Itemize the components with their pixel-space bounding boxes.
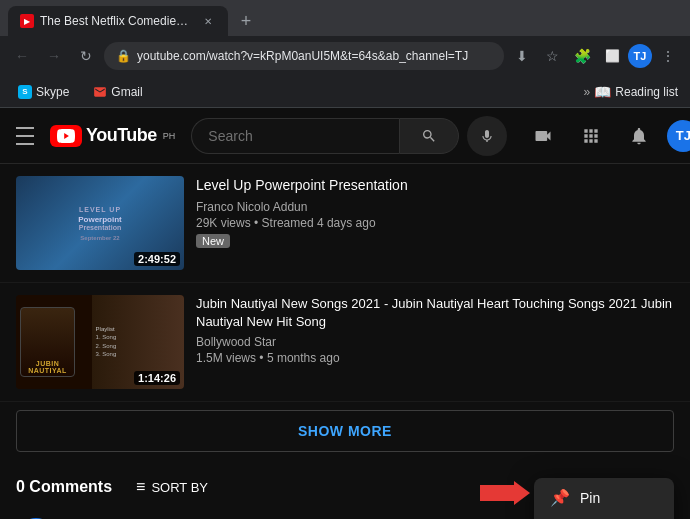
profile-button[interactable]: TJ <box>628 44 652 68</box>
video-duration-2: 1:14:26 <box>134 371 180 385</box>
extension-icon[interactable]: 🧩 <box>568 42 596 70</box>
header-actions: TJ <box>523 116 690 156</box>
video-channel-1: Franco Nicolo Addun <box>196 200 674 214</box>
gmail-icon <box>93 85 107 99</box>
video-channel-2: Bollywood Star <box>196 335 674 349</box>
sort-label: SORT BY <box>151 480 208 495</box>
more-bookmarks-icon[interactable]: » <box>584 85 591 99</box>
skype-label: Skype <box>36 85 69 99</box>
user-avatar[interactable]: TJ <box>667 120 690 152</box>
active-tab[interactable]: ▶ The Best Netflix Comedies of Ju... ✕ <box>8 6 228 36</box>
url-text: youtube.com/watch?v=kRpM0anUI5M&t=64s&ab… <box>137 49 492 63</box>
search-bar <box>191 116 507 156</box>
youtube-logo-text: YouTube <box>86 125 157 146</box>
video-meta-1: 29K views • Streamed 4 days ago <box>196 216 674 230</box>
youtube-app: YouTube PH TJ <box>0 108 690 519</box>
youtube-logo[interactable]: YouTube PH <box>50 125 175 147</box>
nav-actions: ⬇ ☆ 🧩 ⬜ TJ ⋮ <box>508 42 682 70</box>
video-item-2[interactable]: Playlist 1. Song 2. Song 3. Song JUBINNA… <box>0 283 690 402</box>
gmail-label: Gmail <box>111 85 142 99</box>
search-button[interactable] <box>399 118 459 154</box>
youtube-logo-icon <box>50 125 82 147</box>
reading-list-label[interactable]: Reading list <box>615 85 678 99</box>
forward-button[interactable]: → <box>40 42 68 70</box>
bookmarks-bar: S Skype Gmail » 📖 Reading list <box>0 76 690 108</box>
reading-list-icon: 📖 <box>594 84 611 100</box>
video-title-2: Jubin Nautiyal New Songs 2021 - Jubin Na… <box>196 295 674 331</box>
video-meta-2: 1.5M views • 5 months ago <box>196 351 674 365</box>
youtube-header: YouTube PH TJ <box>0 108 690 164</box>
pin-icon: 📌 <box>550 488 568 507</box>
lock-icon: 🔒 <box>116 49 131 63</box>
browser-menu-icon[interactable]: ⋮ <box>654 42 682 70</box>
bookmark-star-icon[interactable]: ☆ <box>538 42 566 70</box>
video-info-1: Level Up Powerpoint Presentation Franco … <box>196 176 674 270</box>
video-list: Level Up Powerpoint Presentation Septemb… <box>0 164 690 519</box>
context-menu: 📌 Pin ✏️ Edit 🗑️ Delete <box>534 478 674 519</box>
video-duration-1: 2:49:52 <box>134 252 180 266</box>
browser-chrome: ▶ The Best Netflix Comedies of Ju... ✕ +… <box>0 0 690 108</box>
skype-icon: S <box>18 85 32 99</box>
refresh-button[interactable]: ↻ <box>72 42 100 70</box>
bookmarks-right: » 📖 Reading list <box>584 84 678 100</box>
show-more-button[interactable]: SHOW MORE <box>16 410 674 452</box>
tab-title: The Best Netflix Comedies of Ju... <box>40 14 194 28</box>
red-arrow-indicator <box>480 481 530 509</box>
video-badge-1: New <box>196 234 230 248</box>
download-icon[interactable]: ⬇ <box>508 42 536 70</box>
mic-button[interactable] <box>467 116 507 156</box>
video-thumbnail-1: Level Up Powerpoint Presentation Septemb… <box>16 176 184 270</box>
notifications-button[interactable] <box>619 116 659 156</box>
pin-label: Pin <box>580 490 600 506</box>
tab-bar: ▶ The Best Netflix Comedies of Ju... ✕ + <box>0 0 690 36</box>
address-bar[interactable]: 🔒 youtube.com/watch?v=kRpM0anUI5M&t=64s&… <box>104 42 504 70</box>
search-input[interactable] <box>191 118 399 154</box>
sort-by-button[interactable]: ≡ SORT BY <box>128 472 216 502</box>
youtube-country-code: PH <box>163 131 176 141</box>
hamburger-menu-button[interactable] <box>16 116 34 156</box>
new-tab-button[interactable]: + <box>232 7 260 35</box>
skype-bookmark[interactable]: S Skype <box>12 83 75 101</box>
navigation-bar: ← → ↻ 🔒 youtube.com/watch?v=kRpM0anUI5M&… <box>0 36 690 76</box>
video-item-1[interactable]: Level Up Powerpoint Presentation Septemb… <box>0 164 690 283</box>
sort-icon: ≡ <box>136 478 145 496</box>
tab-favicon: ▶ <box>20 14 34 28</box>
svg-marker-0 <box>480 481 530 505</box>
back-button[interactable]: ← <box>8 42 36 70</box>
context-menu-pin[interactable]: 📌 Pin <box>534 478 674 517</box>
gmail-bookmark[interactable]: Gmail <box>87 83 148 101</box>
video-title-1: Level Up Powerpoint Presentation <box>196 176 674 196</box>
apps-button[interactable] <box>571 116 611 156</box>
tab-close-button[interactable]: ✕ <box>200 13 216 29</box>
upload-button[interactable] <box>523 116 563 156</box>
cast-icon[interactable]: ⬜ <box>598 42 626 70</box>
comments-count: 0 Comments <box>16 478 112 496</box>
video-thumbnail-2: Playlist 1. Song 2. Song 3. Song JUBINNA… <box>16 295 184 389</box>
video-info-2: Jubin Nautiyal New Songs 2021 - Jubin Na… <box>196 295 674 389</box>
